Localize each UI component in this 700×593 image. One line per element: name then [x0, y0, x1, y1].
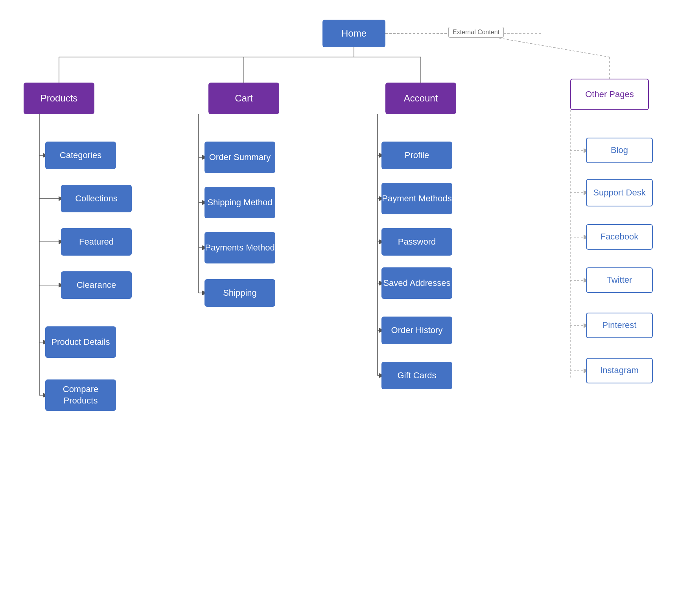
node-twitter[interactable]: Twitter	[586, 267, 653, 293]
node-collections[interactable]: Collections	[61, 185, 132, 212]
node-shipping-method[interactable]: Shipping Method	[204, 187, 275, 218]
node-pinterest[interactable]: Pinterest	[586, 313, 653, 338]
node-featured[interactable]: Featured	[61, 228, 132, 256]
external-content-label: External Content	[448, 27, 504, 38]
node-shipping[interactable]: Shipping	[204, 279, 275, 307]
node-order-history[interactable]: Order History	[381, 317, 452, 344]
node-order-summary[interactable]: Order Summary	[204, 142, 275, 173]
diagram-container: External Content Home Products Cart Acco…	[0, 0, 700, 593]
node-compare-products[interactable]: Compare Products	[45, 379, 116, 411]
node-account[interactable]: Account	[385, 83, 456, 114]
node-saved-addresses[interactable]: Saved Addresses	[381, 267, 452, 299]
node-blog[interactable]: Blog	[586, 138, 653, 163]
node-clearance[interactable]: Clearance	[61, 271, 132, 299]
node-payment-methods[interactable]: Payment Methods	[381, 183, 452, 214]
node-facebook[interactable]: Facebook	[586, 224, 653, 250]
node-gift-cards[interactable]: Gift Cards	[381, 362, 452, 389]
node-cart[interactable]: Cart	[208, 83, 279, 114]
node-other-pages[interactable]: Other Pages	[570, 79, 649, 110]
node-password[interactable]: Password	[381, 228, 452, 256]
node-profile[interactable]: Profile	[381, 142, 452, 169]
node-instagram[interactable]: Instagram	[586, 358, 653, 383]
node-products[interactable]: Products	[24, 83, 94, 114]
node-support-desk[interactable]: Support Desk	[586, 179, 653, 206]
node-payments-method[interactable]: Payments Method	[204, 232, 275, 263]
node-product-details[interactable]: Product Details	[45, 326, 116, 358]
node-home[interactable]: Home	[322, 20, 385, 47]
node-categories[interactable]: Categories	[45, 142, 116, 169]
